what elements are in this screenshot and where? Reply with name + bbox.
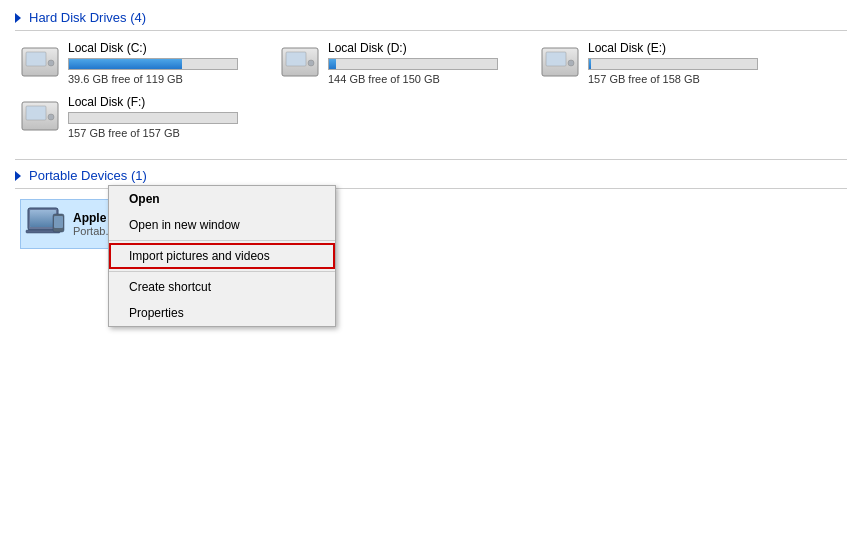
hdd-icon-e [540,43,580,83]
drive-d-name: Local Disk (D:) [328,41,530,55]
collapse-triangle-portable[interactable] [15,171,21,181]
svg-point-5 [308,60,314,66]
section-divider [15,159,847,160]
svg-point-8 [568,60,574,66]
svg-rect-1 [26,52,46,66]
drive-e[interactable]: Local Disk (E:) 157 GB free of 158 GB [540,41,790,85]
context-menu-open-new-window[interactable]: Open in new window [109,212,335,238]
drive-e-fill [589,59,591,69]
svg-rect-10 [26,106,46,120]
svg-point-2 [48,60,54,66]
hdd-count: (4) [130,10,146,25]
svg-rect-4 [286,52,306,66]
drive-e-progress [588,58,758,70]
drive-f-info: Local Disk (F:) 157 GB free of 157 GB [68,95,270,139]
drive-d-info: Local Disk (D:) 144 GB free of 150 GB [328,41,530,85]
svg-rect-17 [54,216,63,228]
context-menu-create-shortcut[interactable]: Create shortcut [109,274,335,300]
drive-c-info: Local Disk (C:) 39.6 GB free of 119 GB [68,41,270,85]
drive-f[interactable]: Local Disk (F:) 157 GB free of 157 GB [20,95,270,139]
drive-f-name: Local Disk (F:) [68,95,270,109]
drive-d[interactable]: Local Disk (D:) 144 GB free of 150 GB [280,41,530,85]
drive-d-free: 144 GB free of 150 GB [328,73,530,85]
portable-title-text: Portable Devices [29,168,127,183]
drive-c[interactable]: Local Disk (C:) 39.6 GB free of 119 GB [20,41,270,85]
drive-c-progress [68,58,238,70]
drive-e-name: Local Disk (E:) [588,41,790,55]
drive-e-free: 157 GB free of 158 GB [588,73,790,85]
drive-f-free: 157 GB free of 157 GB [68,127,270,139]
context-menu-open[interactable]: Open [109,186,335,212]
drive-f-progress [68,112,238,124]
context-menu-sep-1 [109,240,335,241]
drive-d-fill [329,59,336,69]
hdd-icon-f [20,97,60,137]
context-menu: Open Open in new window Import pictures … [108,185,336,327]
svg-rect-14 [30,210,56,227]
drive-c-name: Local Disk (C:) [68,41,270,55]
drive-d-progress [328,58,498,70]
drive-c-free: 39.6 GB free of 119 GB [68,73,270,85]
hdd-icon-c [20,43,60,83]
hdd-icon-d [280,43,320,83]
portable-section-title: Portable Devices (1) [29,168,147,183]
context-menu-properties[interactable]: Properties [109,300,335,326]
hdd-title-text: Hard Disk Drives [29,10,127,25]
portable-count: (1) [131,168,147,183]
svg-rect-7 [546,52,566,66]
drive-e-info: Local Disk (E:) 157 GB free of 158 GB [588,41,790,85]
context-menu-sep-2 [109,271,335,272]
collapse-triangle-hdd[interactable] [15,13,21,23]
svg-point-11 [48,114,54,120]
drives-grid: Local Disk (C:) 39.6 GB free of 119 GB [15,41,847,139]
hdd-section-header: Hard Disk Drives (4) [15,10,847,31]
drive-c-fill [69,59,182,69]
context-menu-import[interactable]: Import pictures and videos [109,243,335,269]
hdd-section-title: Hard Disk Drives (4) [29,10,146,25]
iphone-icon [25,204,65,244]
